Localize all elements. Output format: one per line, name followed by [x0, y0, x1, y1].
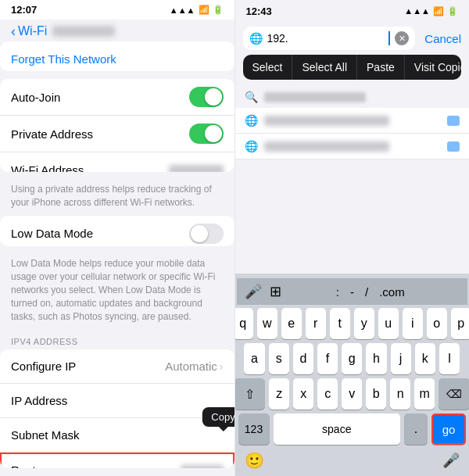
back-chevron-icon: ‹ — [11, 24, 16, 38]
private-address-toggle[interactable] — [189, 123, 224, 144]
mic-icon-toolbar[interactable]: 🎤 — [245, 283, 262, 300]
key-l[interactable]: l — [439, 343, 460, 374]
url-input[interactable]: 192. — [267, 32, 385, 45]
slash-key[interactable]: / — [365, 285, 368, 299]
wifi-icon-right: 📶 — [433, 6, 444, 16]
history-content-1 — [264, 116, 460, 126]
configure-ip-row[interactable]: Configure IP Automatic › — [0, 349, 234, 384]
low-data-label: Low Data Mode — [11, 227, 93, 240]
space-key[interactable]: space — [274, 413, 401, 445]
key-v[interactable]: v — [342, 378, 362, 410]
key-w[interactable]: w — [257, 308, 277, 339]
globe-icon-h1: 🌐 — [245, 114, 258, 127]
cancel-button[interactable]: Cancel — [420, 32, 461, 45]
key-z[interactable]: z — [269, 378, 289, 410]
ipv4-header: IPV4 ADDRESS — [0, 329, 234, 349]
key-p[interactable]: p — [451, 308, 469, 339]
key-u[interactable]: u — [378, 308, 399, 339]
key-f[interactable]: f — [317, 343, 338, 374]
private-helper-text: Using a private address helps reduce tra… — [0, 180, 234, 216]
com-key[interactable]: .com — [379, 285, 405, 299]
low-data-toggle[interactable] — [189, 224, 224, 244]
context-visit[interactable]: Visit Copied Link — [405, 55, 461, 80]
status-icons-right: ▲▲▲ 📶 🔋 — [404, 6, 458, 16]
keyboard-row-3: ⇧ z x c v b n m ⌫ — [237, 378, 468, 410]
wifi-address-value-blur — [169, 165, 224, 172]
context-select-all[interactable]: Select All — [292, 55, 357, 80]
key-y[interactable]: y — [354, 308, 374, 339]
key-b[interactable]: b — [366, 378, 386, 410]
toolbar-center: : - / .com — [336, 285, 405, 299]
ipv4-settings-group: Configure IP Automatic › IP Address Subn… — [0, 349, 234, 468]
ip-address-label: IP Address — [11, 394, 67, 407]
key-q[interactable]: q — [235, 308, 253, 339]
url-bar-area: 🌐 192. ✕ Cancel — [235, 22, 470, 55]
history-item-1[interactable]: 🌐 — [235, 108, 470, 134]
number-key[interactable]: 123 — [238, 413, 270, 445]
dictation-icon[interactable]: 🎤 — [442, 452, 460, 469]
wifi-icon: 📶 — [199, 5, 209, 15]
status-bar-left: 12:07 ▲▲▲ 📶 🔋 — [0, 0, 234, 20]
globe-icon: 🌐 — [249, 32, 263, 45]
private-address-row: Private Address — [0, 116, 234, 152]
back-button[interactable]: ‹ Wi-Fi — [11, 24, 115, 38]
signal-icon: ▲▲▲ — [170, 5, 195, 15]
key-s[interactable]: s — [269, 343, 289, 374]
history-badge-1 — [447, 116, 460, 126]
emoji-icon[interactable]: 🙂 — [245, 451, 264, 470]
key-d[interactable]: d — [293, 343, 313, 374]
keyboard-bottom-row: 123 space . go — [237, 413, 468, 445]
network-settings-group: Auto-Join Private Address Wi-Fi Address — [0, 79, 234, 172]
clear-button[interactable]: ✕ — [395, 31, 409, 45]
auto-join-toggle[interactable] — [189, 87, 224, 107]
configure-ip-value: Automatic › — [165, 360, 223, 373]
key-x[interactable]: x — [293, 378, 313, 410]
url-bar[interactable]: 🌐 192. ✕ — [243, 27, 416, 50]
keyboard-row-2: a s d f g h j k l — [237, 343, 468, 374]
key-e[interactable]: e — [281, 308, 302, 339]
key-o[interactable]: o — [427, 308, 447, 339]
history-url-blur-1 — [264, 116, 389, 126]
go-key[interactable]: go — [431, 413, 466, 445]
colon-key[interactable]: : — [336, 285, 339, 299]
grid-icon-toolbar[interactable]: ⊞ — [270, 283, 281, 300]
dash-key[interactable]: - — [350, 285, 354, 299]
keyboard: 🎤 ⊞ : - / .com q w e r t y u i o p — [235, 274, 470, 476]
key-g[interactable]: g — [342, 343, 362, 374]
key-k[interactable]: k — [415, 343, 435, 374]
time-right: 12:43 — [246, 5, 272, 17]
search-row: 🔍 — [235, 86, 470, 108]
context-menu: Select Select All Paste Visit Copied Lin… — [243, 55, 462, 80]
key-h[interactable]: h — [366, 343, 386, 374]
forget-network-label: Forget This Network — [11, 52, 116, 66]
toolbar-left: 🎤 ⊞ — [245, 283, 281, 300]
router-value-blur — [181, 465, 224, 468]
key-a[interactable]: a — [244, 343, 264, 374]
key-j[interactable]: j — [391, 343, 411, 374]
key-n[interactable]: n — [390, 378, 410, 410]
keyboard-emoji-row: 🙂 🎤 — [237, 448, 468, 473]
dot-key[interactable]: . — [404, 413, 428, 445]
signal-icon-right: ▲▲▲ — [404, 6, 430, 16]
key-r[interactable]: r — [306, 308, 326, 339]
key-t[interactable]: t — [330, 308, 350, 339]
history-item-2[interactable]: 🌐 — [235, 134, 470, 159]
search-blur — [264, 92, 366, 102]
key-m[interactable]: m — [414, 378, 435, 410]
history-url-blur-2 — [264, 141, 389, 152]
network-name-blur — [52, 26, 115, 37]
nav-bar: ‹ Wi-Fi — [0, 20, 234, 41]
forget-network-row[interactable]: Forget This Network — [0, 41, 234, 71]
delete-key[interactable]: ⌫ — [439, 378, 469, 410]
history-content-2 — [264, 141, 460, 152]
time-left: 12:07 — [11, 4, 37, 16]
private-address-label: Private Address — [11, 127, 93, 141]
key-i[interactable]: i — [403, 308, 423, 339]
globe-icon-h2: 🌐 — [245, 140, 258, 152]
auto-join-label: Auto-Join — [11, 91, 60, 104]
shift-key[interactable]: ⇧ — [235, 378, 266, 410]
key-c[interactable]: c — [317, 378, 338, 410]
keyboard-toolbar: 🎤 ⊞ : - / .com — [237, 278, 468, 305]
context-paste[interactable]: Paste — [357, 55, 405, 80]
context-select[interactable]: Select — [243, 55, 293, 80]
